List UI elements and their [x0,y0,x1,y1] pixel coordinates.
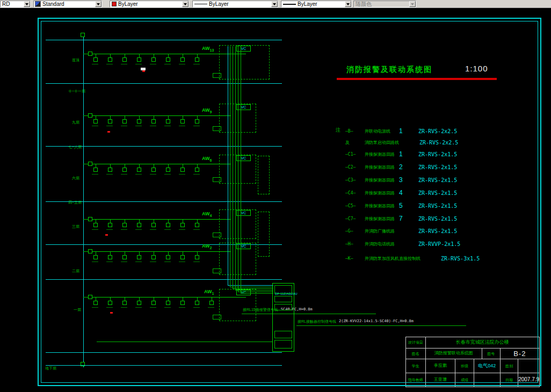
device-tag-mark [135,174,142,175]
chevron-down-icon[interactable] [345,1,351,7]
detector [151,168,156,172]
lineweight-icon [283,4,296,5]
device-tag-mark [164,307,171,308]
lineweight-combo[interactable]: ByLayer [281,1,352,8]
device-tag-mark [121,262,127,262]
device-tag-mark [164,229,171,230]
chevron-down-icon[interactable] [95,1,102,7]
trunk-link [238,292,273,292]
device-tag-mark [121,174,127,175]
bus-label-sub: 9 [210,110,212,114]
device-tag-mark [92,229,98,230]
detector [122,255,127,259]
text-style-combo[interactable]: Standard [33,1,102,8]
device-tag-mark [150,262,156,262]
device-tag-mark [121,64,127,64]
device-tag-mark [179,126,185,126]
bus-line [92,251,231,252]
linetype-value: ByLayer [207,1,271,7]
ground-line [97,342,272,342]
device-tag-mark [164,262,171,262]
detector [93,255,98,259]
bus-label: AW6 [202,156,212,162]
device-tag-mark [135,229,142,230]
text-style-value: Standard [41,1,95,7]
detector [180,255,185,259]
detector [180,301,185,305]
detector [137,223,141,227]
detector [122,119,127,124]
bus-label: AW4 [202,211,212,217]
detector [93,168,98,172]
device-tag-mark [164,126,171,126]
device-tag-mark [135,126,142,126]
device-tag-mark [179,174,185,175]
device-tag-mark [150,126,156,126]
floor-dist-box [88,249,92,253]
detector [151,223,156,227]
drawing-canvas[interactable]: 消防报警及联动系统图 1:100 屋顶 十~十一层 九层 七~八层 六层 四~五… [0,8,551,392]
detector [108,255,112,259]
device-tag-mark [193,229,200,230]
named-view-combo[interactable]: RD [0,1,31,8]
device-tag-mark [208,307,214,308]
detector [166,57,170,62]
trunk-line [228,46,228,285]
detector [122,57,127,62]
vc-box: VC [236,155,251,161]
detector [137,119,141,124]
detector [93,301,98,305]
floor-dist-box [88,52,92,56]
detector [195,223,199,227]
device-tag-mark [193,64,200,64]
detector [195,57,199,62]
bus-label-sub: 4 [210,214,212,217]
linetype-combo[interactable]: ByLayer [192,1,278,8]
chevron-down-icon[interactable] [24,1,30,7]
trunk-line [233,46,233,288]
power-riser [83,34,84,367]
detector [108,119,112,124]
color-value: ByLayer [117,1,182,7]
panel-module [274,296,292,302]
device-tag-mark [179,229,185,230]
device-tag-mark [92,307,98,308]
device-tag-mark [92,262,98,262]
floor-dist-box [88,162,92,166]
trunk-line [241,46,241,293]
alarm-mark [110,312,113,314]
branch-box [213,177,221,182]
trunk-link [241,293,273,294]
panel-module [274,285,292,294]
chevron-down-icon[interactable] [271,1,278,7]
detector [151,255,156,259]
device-tag-mark [135,307,142,308]
detector [166,119,170,124]
branch-box [213,268,221,273]
linetype-icon [194,4,207,4]
branch-box [213,233,221,237]
panel-module [274,304,292,310]
alarm-mark [107,131,110,133]
bus-line [92,115,231,116]
riser-top-box [81,33,85,37]
device-tag-mark [179,307,185,308]
branch-box [213,126,221,131]
detector [137,168,141,172]
panel-module [274,340,292,349]
detector [122,301,127,305]
device-tag-mark [150,307,156,308]
detector [151,119,156,124]
vc-box: VC [236,46,251,52]
detector [166,255,170,259]
device-tag-mark [193,174,200,175]
floor-line [46,352,282,353]
trunk-line [230,46,230,287]
detector [93,119,98,124]
color-control-combo[interactable]: ByLayer [110,1,189,8]
detector [166,168,170,172]
device-tag-mark [106,229,113,230]
chevron-down-icon[interactable] [182,1,189,7]
detector [108,57,112,62]
device-tag-mark [121,126,127,126]
